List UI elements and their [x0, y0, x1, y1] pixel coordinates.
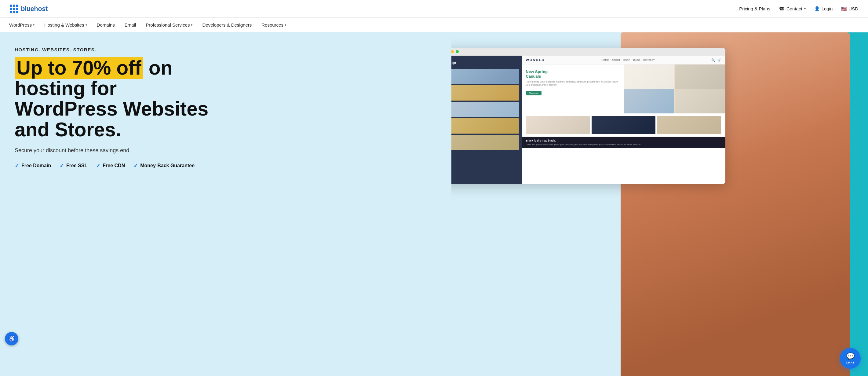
browser-sidebar: Design	[452, 56, 522, 184]
login-label[interactable]: Login	[822, 6, 833, 11]
browser-nav-contact: CONTACT	[643, 59, 655, 61]
accessibility-icon: ♿	[8, 335, 16, 342]
browser-bottom-title: Black is the new black.	[526, 139, 721, 142]
browser-nav-blog: BLOG	[633, 59, 640, 61]
browser-shop-now-button[interactable]: Shop now	[526, 91, 541, 95]
contact-label[interactable]: Contact	[786, 6, 802, 11]
browser-bar	[452, 48, 726, 56]
clothes-grid	[624, 64, 726, 113]
main-nav: WordPress ▾ Hosting & Websites ▾ Domains…	[0, 18, 868, 32]
sidebar-img-3	[452, 102, 519, 117]
browser-nav-shop: SHOP	[623, 59, 630, 61]
browser-hero-title: New SpringCasuals	[526, 69, 619, 79]
browser-bottom-section: Black is the new black. Gentle boot grow…	[522, 137, 726, 148]
logo-grid-icon	[10, 5, 18, 13]
browser-search-icon: 🔍	[711, 58, 715, 62]
sidebar-img-5	[452, 135, 519, 150]
top-right-nav: Pricing & Plans ☎ Contact ▾ 👤 Login 🇺🇸 U…	[739, 6, 858, 11]
browser-bottom-text: Gentle boot grows cum side orthe garden …	[526, 143, 721, 146]
nav-email-label: Email	[125, 22, 136, 28]
headset-icon: ☎	[779, 6, 785, 11]
feature-free-domain: ✓ Free Domain	[15, 162, 51, 169]
logo-area[interactable]: bluehost	[10, 5, 48, 13]
browser-hero-image	[624, 64, 726, 113]
logo-text[interactable]: bluehost	[21, 5, 48, 13]
nav-resources-label: Resources	[261, 22, 283, 28]
clothes-item-3	[624, 89, 674, 113]
nav-resources[interactable]: Resources ▾	[257, 18, 290, 32]
hero-subtext: Secure your discount before these saving…	[15, 147, 437, 154]
browser-site-logo: WONDER	[526, 58, 545, 62]
product-card-3	[657, 116, 721, 134]
flag-icon: 🇺🇸	[841, 6, 847, 11]
hero-section: HOSTING. WEBSITES. STORES. Up to 70% off…	[0, 32, 868, 376]
hero-headline: Up to 70% off onhosting forWordPress Web…	[15, 58, 437, 140]
check-ssl-icon: ✓	[60, 162, 64, 169]
nav-domains-label: Domains	[97, 22, 115, 28]
product-card-1	[526, 116, 590, 134]
browser-mockup: Design WONDER HOME ABOUT SHOP	[452, 48, 726, 184]
currency-label[interactable]: USD	[848, 6, 858, 11]
nav-professional-services[interactable]: Professional Services ▾	[142, 18, 197, 32]
nav-developers-designers[interactable]: Developers & Designers	[198, 18, 256, 32]
hero-highlight-text: Up to 70% off	[15, 57, 143, 79]
sidebar-design-item: Design	[452, 59, 522, 67]
feature-money-back: ✓ Money-Back Guarantee	[133, 162, 194, 169]
person-icon: 👤	[814, 6, 820, 11]
chat-label: CHAT	[846, 361, 855, 364]
browser-content: Design WONDER HOME ABOUT SHOP	[452, 56, 726, 184]
nav-email[interactable]: Email	[120, 18, 141, 32]
browser-site-nav: HOME ABOUT SHOP BLOG CONTACT	[601, 59, 655, 61]
check-money-icon: ✓	[133, 162, 138, 169]
browser-products	[522, 113, 726, 137]
browser-header-icons: 🔍 🛒	[711, 58, 721, 62]
contact-chevron-icon: ▾	[804, 7, 806, 10]
sidebar-img-1	[452, 69, 519, 84]
sidebar-img-2	[452, 85, 519, 100]
resources-chevron-icon: ▾	[285, 23, 286, 27]
products-grid	[526, 116, 721, 134]
browser-cart-icon: 🛒	[717, 58, 721, 62]
top-bar: bluehost Pricing & Plans ☎ Contact ▾ 👤 L…	[0, 0, 868, 18]
nav-wordpress[interactable]: WordPress ▾	[5, 18, 39, 32]
browser-nav-home: HOME	[601, 59, 609, 61]
feature-free-domain-label: Free Domain	[21, 163, 51, 168]
nav-domains[interactable]: Domains	[93, 18, 119, 32]
nav-wordpress-label: WordPress	[9, 22, 32, 28]
chat-bubble-icon: 💬	[846, 352, 855, 360]
currency-selector[interactable]: 🇺🇸 USD	[841, 6, 858, 11]
check-cdn-icon: ✓	[96, 162, 100, 169]
clothes-item-2	[675, 64, 725, 89]
feature-money-back-label: Money-Back Guarantee	[140, 163, 194, 168]
browser-dot-green	[456, 50, 459, 53]
browser-hero-area: New SpringCasuals Fusce gravida ut est a…	[522, 64, 726, 113]
browser-dot-yellow	[452, 50, 454, 53]
chat-button[interactable]: 💬 CHAT	[840, 348, 861, 369]
contact-menu[interactable]: ☎ Contact ▾	[779, 6, 806, 11]
professional-services-chevron-icon: ▾	[191, 23, 192, 27]
feature-free-cdn: ✓ Free CDN	[96, 162, 125, 169]
nav-professional-services-label: Professional Services	[146, 22, 190, 28]
browser-main: WONDER HOME ABOUT SHOP BLOG CONTACT 🔍 🛒	[522, 56, 726, 184]
accessibility-button[interactable]: ♿	[5, 332, 18, 345]
feature-free-ssl-label: Free SSL	[66, 163, 87, 168]
hero-features: ✓ Free Domain ✓ Free SSL ✓ Free CDN ✓ Mo…	[15, 162, 437, 169]
browser-hero-text: New SpringCasuals Fusce gravida ut est a…	[522, 64, 624, 113]
nav-hosting-label: Hosting & Websites	[44, 22, 84, 28]
browser-hero-description: Fusce gravida ut est at facilisis. Nulla…	[526, 80, 619, 87]
check-domain-icon: ✓	[15, 162, 19, 169]
pricing-plans-link[interactable]: Pricing & Plans	[739, 6, 770, 11]
login-link[interactable]: 👤 Login	[814, 6, 833, 11]
clothes-item-1	[624, 64, 674, 89]
product-card-2	[592, 116, 655, 134]
hero-left: HOSTING. WEBSITES. STORES. Up to 70% off…	[0, 32, 452, 376]
feature-free-cdn-label: Free CDN	[103, 163, 125, 168]
hero-right: Design WONDER HOME ABOUT SHOP	[452, 32, 868, 376]
hosting-chevron-icon: ▾	[86, 23, 87, 27]
nav-hosting-websites[interactable]: Hosting & Websites ▾	[40, 18, 91, 32]
hero-eyebrow: HOSTING. WEBSITES. STORES.	[15, 47, 437, 52]
browser-nav-about: ABOUT	[612, 59, 620, 61]
wordpress-chevron-icon: ▾	[33, 23, 34, 27]
sidebar-img-4	[452, 118, 519, 134]
clothes-item-4	[675, 89, 725, 113]
